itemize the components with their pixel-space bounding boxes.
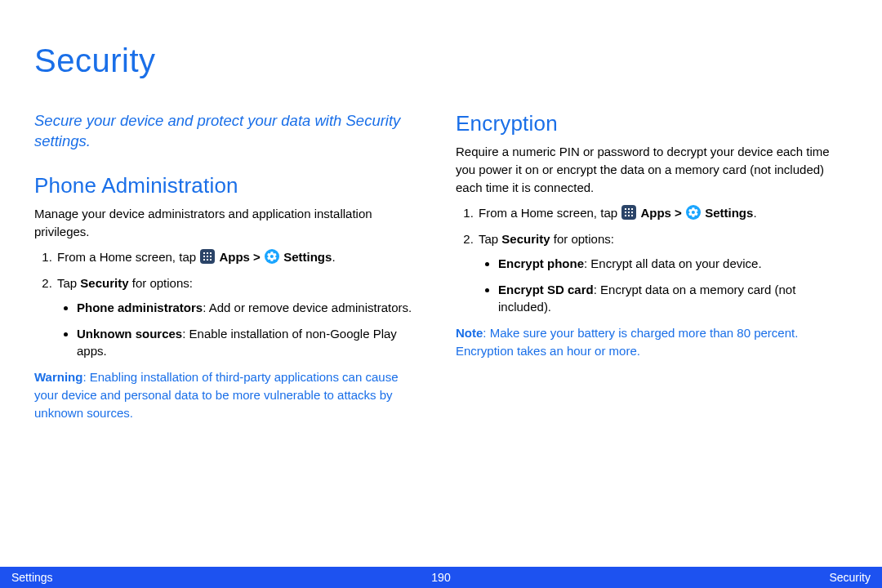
footer-left: Settings (11, 571, 53, 584)
section-heading-phone-administration: Phone Administration (34, 173, 425, 198)
option-item: Encrypt SD card: Encrypt data on a memor… (498, 281, 846, 317)
note: Note: Make sure your battery is charged … (456, 324, 846, 360)
steps-list: From a Home screen, tap Apps > Settings.… (456, 204, 846, 316)
option-name: Encrypt phone (498, 256, 584, 270)
settings-icon (265, 249, 279, 264)
note-text: : Make sure your battery is charged more… (456, 326, 798, 358)
settings-label: Settings (705, 206, 753, 220)
page-title: Security (34, 42, 156, 79)
gt-separator: > (250, 250, 264, 264)
step-text: Tap (57, 276, 80, 290)
note-label: Note (456, 326, 483, 340)
steps-list: From a Home screen, tap Apps > Settings.… (34, 248, 425, 360)
step-item: Tap Security for options: Phone administ… (56, 274, 425, 360)
manual-page: Security Secure your device and protect … (0, 0, 882, 588)
step-text: for options: (550, 232, 614, 246)
section-heading-encryption: Encryption (456, 111, 846, 136)
step-text: for options: (129, 276, 193, 290)
step-item: Tap Security for options: Encrypt phone:… (477, 230, 846, 316)
options-list: Phone administrators: Add or remove devi… (57, 299, 425, 360)
right-column: Encryption Require a numeric PIN or pass… (456, 111, 846, 421)
option-name: Phone administrators (77, 301, 203, 314)
left-column: Secure your device and protect your data… (34, 111, 425, 421)
footer-bar: Settings 190 Security (0, 567, 882, 588)
footer-page-number: 190 (431, 571, 450, 584)
option-desc: : Add or remove device administrators. (203, 301, 412, 314)
step-item: From a Home screen, tap Apps > Settings. (56, 248, 425, 266)
option-item: Unknown sources: Enable installation of … (77, 325, 425, 361)
step-text: From a Home screen, tap (57, 250, 199, 264)
section-description: Require a numeric PIN or password to dec… (456, 143, 846, 196)
two-column-layout: Secure your device and protect your data… (34, 111, 848, 421)
gt-separator: > (671, 206, 685, 220)
period: . (332, 250, 335, 264)
options-list: Encrypt phone: Encrypt all data on your … (479, 255, 846, 316)
apps-icon (200, 249, 215, 264)
step-text: From a Home screen, tap (479, 206, 621, 220)
option-item: Phone administrators: Add or remove devi… (77, 299, 425, 317)
period: . (753, 206, 756, 220)
settings-icon (686, 205, 701, 220)
warning-note: Warning: Enabling installation of third-… (34, 368, 425, 421)
warning-text: : Enabling installation of third-party a… (34, 370, 399, 420)
option-name: Unknown sources (77, 327, 182, 341)
option-name: Encrypt SD card (498, 283, 594, 296)
apps-label: Apps (640, 206, 671, 220)
option-item: Encrypt phone: Encrypt all data on your … (498, 255, 846, 273)
security-label: Security (501, 232, 550, 246)
intro-text: Secure your device and protect your data… (34, 111, 425, 152)
step-text: Tap (479, 232, 501, 246)
apps-icon (621, 205, 636, 220)
footer-right: Security (829, 571, 871, 584)
settings-label: Settings (283, 250, 332, 264)
security-label: Security (80, 276, 128, 290)
warning-label: Warning (34, 370, 82, 384)
step-item: From a Home screen, tap Apps > Settings. (477, 204, 846, 222)
option-desc: : Encrypt all data on your device. (584, 256, 762, 270)
apps-label: Apps (219, 250, 250, 264)
section-description: Manage your device administrators and ap… (34, 205, 425, 241)
